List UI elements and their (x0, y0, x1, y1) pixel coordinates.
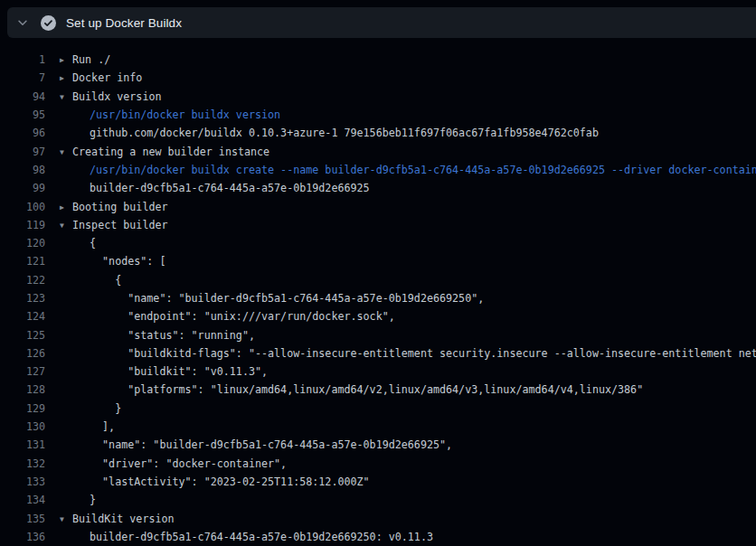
line-number[interactable]: 130 (0, 420, 45, 433)
log-text: /usr/bin/docker buildx create --name bui… (90, 164, 756, 176)
log-line: 121 "nodes": [ (0, 252, 756, 270)
log-line: 95/usr/bin/docker buildx version (0, 106, 756, 124)
log-line: 128 "platforms": "linux/amd64,linux/amd6… (0, 381, 756, 399)
step-title: Set up Docker Buildx (66, 16, 182, 30)
line-number[interactable]: 119 (0, 219, 45, 231)
log-text: "lastActivity": "2023-02-25T11:58:12.000… (90, 475, 370, 488)
line-number[interactable]: 133 (0, 475, 45, 488)
log-text: "platforms": "linux/amd64,linux/amd64/v2… (90, 383, 643, 396)
log-line: 122 { (0, 271, 756, 289)
log-line: 129 } (0, 400, 756, 418)
log-line: 98/usr/bin/docker buildx create --name b… (0, 161, 756, 179)
log-text: } (90, 494, 96, 506)
line-number[interactable]: 131 (0, 438, 45, 451)
group-toggle-icon[interactable]: ▶ (60, 203, 72, 212)
log-line: 133 "lastActivity": "2023-02-25T11:58:12… (0, 473, 756, 491)
line-number[interactable]: 120 (0, 237, 45, 249)
group-toggle-icon[interactable]: ▼ (60, 93, 72, 101)
line-number[interactable]: 134 (0, 494, 45, 506)
step-header[interactable]: Set up Docker Buildx (7, 7, 756, 38)
log-line: 134} (0, 491, 756, 509)
log-line: 97▼Creating a new builder instance (0, 142, 756, 160)
log-line: 119▼Inspect builder (0, 216, 756, 234)
log-line: 1▶Run ./ (0, 51, 756, 69)
log-text: "endpoint": "unix:///var/run/docker.sock… (90, 310, 395, 323)
group-toggle-icon[interactable]: ▼ (60, 515, 72, 523)
log-line: 100▶Booting builder (0, 197, 756, 215)
log-line: 136builder-d9cfb5a1-c764-445a-a57e-0b19d… (0, 528, 756, 546)
line-number[interactable]: 128 (0, 383, 45, 396)
line-number[interactable]: 100 (0, 201, 45, 213)
line-number[interactable]: 99 (0, 182, 45, 194)
log-text: { (90, 237, 96, 249)
log-line: 96github.com/docker/buildx 0.10.3+azure-… (0, 124, 756, 142)
log-line: 131 "name": "builder-d9cfb5a1-c764-445a-… (0, 436, 756, 454)
log-text: "buildkitd-flags": "--allow-insecure-ent… (90, 347, 756, 360)
log-line: 7▶Docker info (0, 69, 756, 87)
line-number[interactable]: 96 (0, 127, 45, 139)
log-line: 135▼BuildKit version (0, 509, 756, 527)
log-text: "status": "running", (90, 329, 255, 342)
line-number[interactable]: 132 (0, 457, 45, 470)
log-text: Docker info (72, 71, 142, 84)
log-text: BuildKit version (72, 513, 175, 525)
log-text: ], (90, 420, 115, 433)
log-line: 120{ (0, 234, 756, 252)
line-number[interactable]: 97 (0, 146, 45, 158)
log-text: github.com/docker/buildx 0.10.3+azure-1 … (90, 127, 599, 139)
log-text: "name": "builder-d9cfb5a1-c764-445a-a57e… (90, 292, 484, 305)
line-number[interactable]: 1 (0, 53, 45, 66)
line-number[interactable]: 122 (0, 274, 45, 287)
log-text: "driver": "docker-container", (90, 457, 287, 470)
log-line: 126 "buildkitd-flags": "--allow-insecure… (0, 344, 756, 362)
log-text: builder-d9cfb5a1-c764-445a-a57e-0b19d2e6… (90, 531, 433, 543)
line-number[interactable]: 95 (0, 108, 45, 121)
log-line: 123 "name": "builder-d9cfb5a1-c764-445a-… (0, 289, 756, 307)
log-text: "nodes": [ (90, 255, 165, 268)
line-number[interactable]: 94 (0, 90, 45, 103)
line-number[interactable]: 127 (0, 365, 45, 378)
log-text: "buildkit": "v0.11.3", (90, 365, 268, 378)
line-number[interactable]: 136 (0, 531, 45, 543)
group-toggle-icon[interactable]: ▶ (60, 56, 72, 64)
log-line: 127 "buildkit": "v0.11.3", (0, 362, 756, 381)
group-toggle-icon[interactable]: ▼ (60, 148, 72, 156)
log-text: Booting builder (72, 201, 168, 213)
log-line: 125 "status": "running", (0, 325, 756, 344)
log-text: Buildx version (72, 90, 162, 103)
log-line: 94▼Buildx version (0, 88, 756, 106)
line-number[interactable]: 135 (0, 513, 45, 525)
line-number[interactable]: 123 (0, 292, 45, 305)
line-number[interactable]: 125 (0, 329, 45, 342)
line-number[interactable]: 7 (0, 71, 45, 84)
log-text: Creating a new builder instance (72, 146, 269, 158)
log-text: { (90, 274, 121, 287)
log-text: Run ./ (72, 53, 110, 66)
status-check-icon (40, 15, 56, 31)
log-line: 124 "endpoint": "unix:///var/run/docker.… (0, 307, 756, 325)
line-number[interactable]: 129 (0, 402, 45, 415)
log-text: Inspect builder (72, 219, 168, 231)
log-text: "name": "builder-d9cfb5a1-c764-445a-a57e… (90, 438, 452, 451)
log-line: 130 ], (0, 418, 756, 436)
log-line: 132 "driver": "docker-container", (0, 455, 756, 473)
line-number[interactable]: 126 (0, 347, 45, 360)
log-lines: 1▶Run ./ 7▶Docker info 94▼Buildx version… (0, 51, 756, 546)
line-number[interactable]: 124 (0, 310, 45, 323)
log-text: builder-d9cfb5a1-c764-445a-a57e-0b19d2e6… (90, 182, 370, 194)
line-number[interactable]: 121 (0, 255, 45, 268)
chevron-down-icon[interactable] (14, 16, 32, 29)
group-toggle-icon[interactable]: ▼ (60, 221, 72, 230)
line-number[interactable]: 98 (0, 164, 45, 176)
group-toggle-icon[interactable]: ▶ (60, 74, 72, 82)
log-text: } (90, 402, 121, 415)
log-text: /usr/bin/docker buildx version (90, 108, 280, 121)
log-line: 99builder-d9cfb5a1-c764-445a-a57e-0b19d2… (0, 179, 756, 197)
